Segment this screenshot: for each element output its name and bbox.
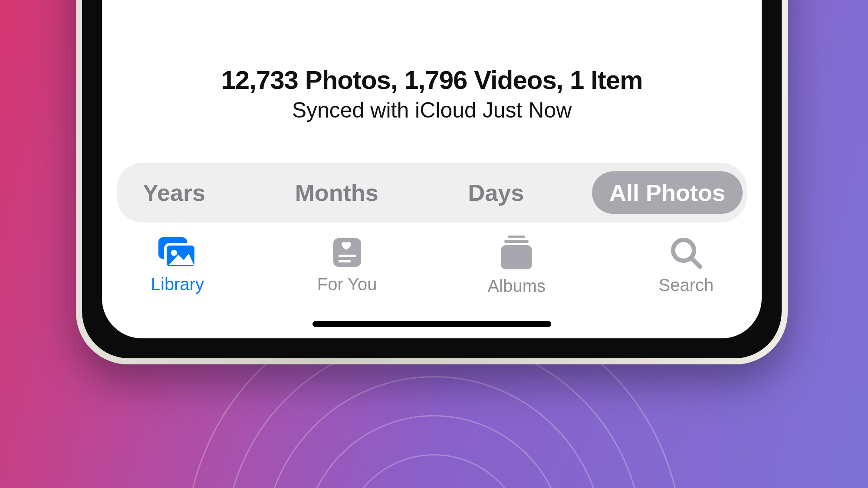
tab-for-you-label: For You (317, 275, 377, 294)
tab-for-you[interactable]: For You (299, 236, 395, 296)
svg-rect-6 (508, 236, 525, 238)
phone-frame: 12,733 Photos, 1,796 Videos, 1 Item Sync… (76, 0, 788, 364)
svg-point-2 (171, 250, 177, 256)
library-icon (156, 236, 199, 269)
view-granularity-segmented-control: Years Months Days All Photos (117, 163, 747, 223)
segment-years[interactable]: Years (121, 171, 227, 214)
tab-library-label: Library (151, 275, 204, 294)
svg-line-10 (691, 258, 700, 267)
tab-albums-label: Albums (488, 276, 546, 296)
tab-albums[interactable]: Albums (469, 236, 564, 296)
segment-days[interactable]: Days (446, 171, 546, 214)
segment-months[interactable]: Months (273, 171, 400, 214)
svg-rect-5 (339, 260, 351, 262)
tab-search[interactable]: Search (638, 236, 734, 296)
svg-rect-8 (501, 245, 532, 269)
tab-library[interactable]: Library (130, 236, 225, 296)
search-icon (669, 236, 704, 270)
home-indicator[interactable] (312, 321, 551, 327)
svg-rect-4 (339, 255, 356, 257)
for-you-icon (330, 236, 365, 269)
albums-icon (498, 236, 535, 271)
phone-screen: 12,733 Photos, 1,796 Videos, 1 Item Sync… (102, 0, 762, 338)
svg-rect-7 (504, 240, 529, 243)
tab-search-label: Search (659, 275, 714, 295)
library-summary-count: 12,733 Photos, 1,796 Videos, 1 Item (117, 65, 747, 95)
bottom-tab-bar: Library For You (117, 236, 747, 296)
segment-all-photos[interactable]: All Photos (592, 171, 743, 214)
icloud-sync-status: Synced with iCloud Just Now (117, 98, 747, 123)
